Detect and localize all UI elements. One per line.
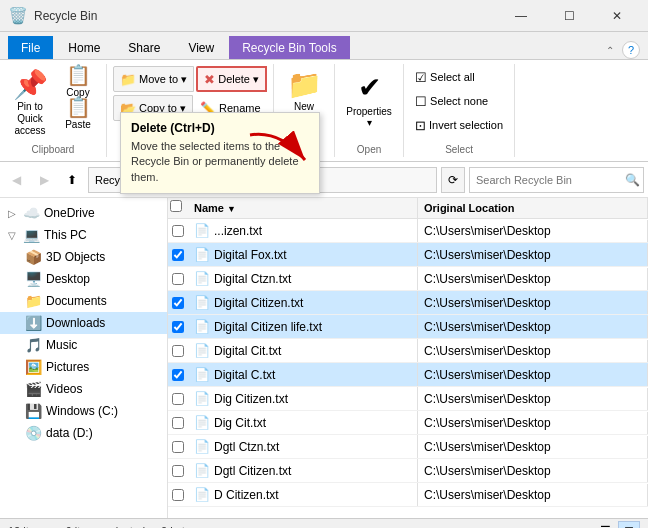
minimize-button[interactable]: —	[498, 0, 544, 32]
maximize-button[interactable]: ☐	[546, 0, 592, 32]
tab-view[interactable]: View	[175, 36, 227, 59]
file-name-text-4: Digital Citizen life.txt	[214, 320, 322, 334]
row-check-10[interactable]	[168, 465, 188, 477]
table-row[interactable]: 📄 Digital Citizen life.txt C:\Users\mise…	[168, 315, 648, 339]
move-to-button[interactable]: 📁 Move to ▾	[113, 66, 194, 92]
select-none-button[interactable]: ☐ Select none	[410, 90, 493, 112]
col-header-name[interactable]: Name ▼	[188, 198, 418, 218]
view-details-button[interactable]: ☰	[594, 521, 616, 529]
table-row[interactable]: 📄 D Citizen.txt C:\Users\miser\Desktop	[168, 483, 648, 507]
ribbon-collapse-icon[interactable]: ⌃	[602, 43, 618, 58]
table-row[interactable]: 📄 Digital Ctzn.txt C:\Users\miser\Deskto…	[168, 267, 648, 291]
delete-button[interactable]: ✖ Delete ▾	[196, 66, 267, 92]
file-location-7: C:\Users\miser\Desktop	[418, 388, 648, 410]
copy-icon: 📋	[66, 65, 91, 85]
row-checkbox-8[interactable]	[172, 417, 184, 429]
pin-button[interactable]: 📌 Pin to Quickaccess	[6, 66, 54, 142]
table-row[interactable]: 📄 Digital Citizen.txt C:\Users\miser\Des…	[168, 291, 648, 315]
delete-icon: ✖	[204, 72, 215, 87]
select-all-button[interactable]: ☑ Select all	[410, 66, 480, 88]
file-loc-text-4: C:\Users\miser\Desktop	[424, 320, 551, 334]
back-button[interactable]: ◀	[4, 168, 28, 192]
sidebar-item-data-d[interactable]: 💿 data (D:)	[0, 422, 167, 444]
check-all-header[interactable]	[168, 198, 188, 218]
file-location-8: C:\Users\miser\Desktop	[418, 412, 648, 434]
forward-button[interactable]: ▶	[32, 168, 56, 192]
sidebar-item-pictures[interactable]: 🖼️ Pictures	[0, 356, 167, 378]
table-row[interactable]: 📄 ...izen.txt C:\Users\miser\Desktop	[168, 219, 648, 243]
row-checkbox-9[interactable]	[172, 441, 184, 453]
table-row[interactable]: 📄 Dig Citizen.txt C:\Users\miser\Desktop	[168, 387, 648, 411]
paste-icon: 📋	[66, 97, 91, 117]
sidebar-item-documents[interactable]: 📁 Documents	[0, 290, 167, 312]
row-check-8[interactable]	[168, 417, 188, 429]
table-row[interactable]: 📄 Dgtl Citizen.txt C:\Users\miser\Deskto…	[168, 459, 648, 483]
sidebar-item-desktop[interactable]: 🖥️ Desktop	[0, 268, 167, 290]
file-icon-5: 📄	[194, 343, 210, 358]
col-loc-text: Original Location	[424, 202, 514, 214]
copy-button[interactable]: 📋 Copy	[56, 66, 100, 96]
table-row[interactable]: 📄 Dgtl Ctzn.txt C:\Users\miser\Desktop	[168, 435, 648, 459]
row-check-3[interactable]	[168, 297, 188, 309]
sidebar-item-music[interactable]: 🎵 Music	[0, 334, 167, 356]
file-icon-2: 📄	[194, 271, 210, 286]
row-checkbox-2[interactable]	[172, 273, 184, 285]
tab-share[interactable]: Share	[115, 36, 173, 59]
tab-home[interactable]: Home	[55, 36, 113, 59]
sidebar-item-videos[interactable]: 🎬 Videos	[0, 378, 167, 400]
table-row[interactable]: 📄 Dig Cit.txt C:\Users\miser\Desktop	[168, 411, 648, 435]
file-name-6: 📄 Digital C.txt	[188, 363, 418, 386]
file-location-2: C:\Users\miser\Desktop	[418, 268, 648, 290]
row-check-7[interactable]	[168, 393, 188, 405]
row-checkbox-5[interactable]	[172, 345, 184, 357]
delete-label: Delete ▾	[218, 73, 259, 86]
table-row[interactable]: 📄 Digital C.txt C:\Users\miser\Desktop	[168, 363, 648, 387]
file-name-text-9: Dgtl Ctzn.txt	[214, 440, 279, 454]
sidebar-item-windows-c[interactable]: 💾 Windows (C:)	[0, 400, 167, 422]
check-all-checkbox[interactable]	[170, 200, 182, 212]
row-checkbox-1[interactable]	[172, 249, 184, 261]
desktop-icon: 🖥️	[24, 271, 42, 287]
help-icon[interactable]: ?	[622, 41, 640, 59]
row-check-11[interactable]	[168, 489, 188, 501]
tab-file[interactable]: File	[8, 36, 53, 59]
row-check-1[interactable]	[168, 249, 188, 261]
row-checkbox-3[interactable]	[172, 297, 184, 309]
videos-icon: 🎬	[24, 381, 42, 397]
sidebar-item-onedrive[interactable]: ▷ ☁️ OneDrive	[0, 202, 167, 224]
file-name-11: 📄 D Citizen.txt	[188, 483, 418, 506]
row-check-0[interactable]	[168, 225, 188, 237]
ribbon: 📌 Pin to Quickaccess 📋 Copy 📋 Paste Clip…	[0, 60, 648, 162]
close-button[interactable]: ✕	[594, 0, 640, 32]
sidebar-item-downloads[interactable]: ⬇️ Downloads	[0, 312, 167, 334]
row-checkbox-11[interactable]	[172, 489, 184, 501]
sidebar-label-windows-c: Windows (C:)	[46, 404, 118, 418]
row-check-6[interactable]	[168, 369, 188, 381]
invert-selection-button[interactable]: ⊡ Invert selection	[410, 114, 508, 136]
view-list-button[interactable]: ⊞	[618, 521, 640, 529]
row-checkbox-4[interactable]	[172, 321, 184, 333]
search-input[interactable]	[469, 167, 644, 193]
sidebar-item-this-pc[interactable]: ▽ 💻 This PC	[0, 224, 167, 246]
row-checkbox-10[interactable]	[172, 465, 184, 477]
row-checkbox-0[interactable]	[172, 225, 184, 237]
refresh-button[interactable]: ⟳	[441, 167, 465, 193]
file-name-1: 📄 Digital Fox.txt	[188, 243, 418, 266]
row-check-2[interactable]	[168, 273, 188, 285]
file-rows-container: 📄 ...izen.txt C:\Users\miser\Desktop 📄 D…	[168, 219, 648, 507]
row-checkbox-7[interactable]	[172, 393, 184, 405]
table-row[interactable]: 📄 Digital Cit.txt C:\Users\miser\Desktop	[168, 339, 648, 363]
row-check-4[interactable]	[168, 321, 188, 333]
tab-manage[interactable]: Recycle Bin Tools	[229, 36, 350, 59]
row-checkbox-6[interactable]	[172, 369, 184, 381]
row-check-5[interactable]	[168, 345, 188, 357]
paste-button[interactable]: 📋 Paste	[56, 98, 100, 128]
invert-label: Invert selection	[429, 119, 503, 131]
table-row[interactable]: 📄 Digital Fox.txt C:\Users\miser\Desktop	[168, 243, 648, 267]
sidebar-item-3d-objects[interactable]: 📦 3D Objects	[0, 246, 167, 268]
file-loc-text-7: C:\Users\miser\Desktop	[424, 392, 551, 406]
col-header-location[interactable]: Original Location	[418, 198, 648, 218]
row-check-9[interactable]	[168, 441, 188, 453]
properties-button[interactable]: ✔ Properties ▾	[341, 66, 397, 133]
up-button[interactable]: ⬆	[60, 168, 84, 192]
